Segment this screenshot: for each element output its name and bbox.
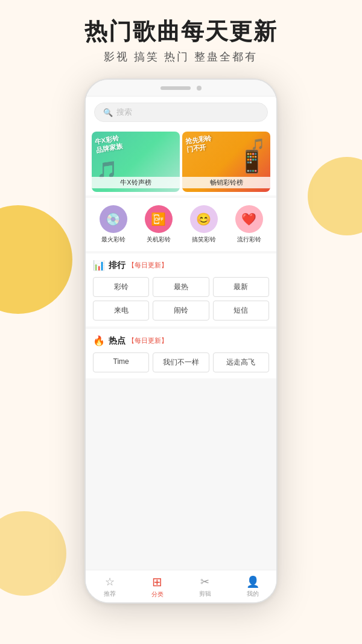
ranking-tag-alarm[interactable]: 闹铃 — [153, 301, 209, 320]
nav-recommend-icon: ☆ — [105, 575, 115, 588]
phone-top-bar — [86, 80, 276, 97]
nav-classify[interactable]: ⊞ 分类 — [133, 573, 181, 600]
nav-classify-icon: ⊞ — [152, 575, 162, 589]
ranking-tag-sms[interactable]: 短信 — [213, 301, 269, 320]
circle-icon-popular[interactable]: ❤️ 流行彩铃 — [235, 205, 263, 244]
nav-recommend[interactable]: ☆ 推荐 — [86, 573, 133, 600]
circle-icon-funny[interactable]: 😊 搞笑彩铃 — [190, 205, 218, 244]
hot-title: 热点 — [109, 336, 125, 346]
circle-bubble-popular: ❤️ — [235, 205, 263, 233]
circle-label-hottest: 最火彩铃 — [101, 235, 125, 244]
hot-section-header: 🔥 热点 【每日更新】 — [86, 329, 276, 350]
banner-section: 牛X彩铃品牌家族 🎵 牛X铃声榜 抢先彩铃门不开 📱 🎵 畅销彩铃榜 — [86, 128, 276, 196]
circle-icons-row: 💿 最火彩铃 📴 关机彩铃 😊 搞笑彩铃 — [86, 198, 276, 251]
ranking-title: 排行 — [109, 260, 125, 271]
ranking-section-header: 📊 排行 【每日更新】 — [86, 253, 276, 275]
phone-scroll-area: 🔍 搜索 牛X彩铃品牌家族 🎵 牛X铃声榜 抢先彩铃门不开 — [86, 97, 276, 602]
bottom-nav: ☆ 推荐 ⊞ 分类 ✂ 剪辑 👤 我的 — [86, 570, 276, 602]
search-placeholder-text: 搜索 — [116, 107, 132, 118]
search-icon: 🔍 — [103, 108, 113, 117]
banner-2[interactable]: 抢先彩铃门不开 📱 🎵 畅销彩铃榜 — [182, 132, 270, 192]
ranking-tag-ringtone[interactable]: 彩铃 — [93, 277, 149, 297]
header-subtitle: 影视 搞笑 热门 整蛊全都有 — [0, 49, 362, 64]
hot-tag-fly[interactable]: 远走高飞 — [213, 352, 269, 372]
ranking-tag-grid: 彩铃 最热 最新 来电 闹铃 短信 — [86, 275, 276, 327]
ranking-tag-newest[interactable]: 最新 — [213, 277, 269, 297]
circle-bubble-funny: 😊 — [190, 205, 218, 233]
hot-tag-grid: Time 我们不一样 远走高飞 — [86, 350, 276, 378]
nav-mine-label: 我的 — [247, 590, 259, 598]
hot-tag-time[interactable]: Time — [93, 352, 149, 372]
circle-label-popular: 流行彩铃 — [237, 235, 261, 244]
search-bar[interactable]: 🔍 搜索 — [94, 103, 268, 122]
ranking-icon: 📊 — [93, 260, 105, 271]
header-title: 热门歌曲每天更新 — [0, 18, 362, 46]
search-bar-wrap: 🔍 搜索 — [86, 97, 276, 128]
hot-tag-different[interactable]: 我们不一样 — [153, 352, 209, 372]
banner-1[interactable]: 牛X彩铃品牌家族 🎵 牛X铃声榜 — [92, 132, 180, 192]
nav-mine-icon: 👤 — [246, 575, 259, 588]
hot-tag: 【每日更新】 — [128, 336, 168, 345]
ranking-tag-incoming[interactable]: 来电 — [93, 301, 149, 320]
nav-mine[interactable]: 👤 我的 — [229, 573, 276, 600]
circle-label-shutdown: 关机彩铃 — [147, 235, 171, 244]
banner-2-label: 畅销彩铃榜 — [182, 177, 270, 188]
circle-bubble-shutdown: 📴 — [145, 205, 173, 233]
circle-icon-shutdown[interactable]: 📴 关机彩铃 — [145, 205, 173, 244]
ranking-tag: 【每日更新】 — [128, 261, 168, 270]
nav-classify-label: 分类 — [151, 590, 164, 599]
circle-icon-hottest[interactable]: 💿 最火彩铃 — [100, 205, 127, 244]
banner-2-text: 抢先彩铃门不开 — [185, 133, 214, 154]
nav-edit-label: 剪辑 — [199, 590, 211, 598]
banner-1-label: 牛X铃声榜 — [92, 177, 180, 188]
hot-icon: 🔥 — [93, 335, 105, 346]
phone-content: 🔍 搜索 牛X彩铃品牌家族 🎵 牛X铃声榜 抢先彩铃门不开 — [86, 97, 276, 602]
nav-recommend-label: 推荐 — [104, 590, 116, 598]
banner-2-phone-icon: 📱 — [238, 149, 265, 174]
nav-edit-icon: ✂ — [200, 575, 209, 588]
circle-icon-funny-emoji: 😊 — [196, 212, 211, 226]
header-area: 热门歌曲每天更新 影视 搞笑 热门 整蛊全都有 — [0, 18, 362, 64]
banner-1-text: 牛X彩铃品牌家族 — [94, 133, 123, 155]
circle-label-funny: 搞笑彩铃 — [192, 235, 216, 244]
ranking-tag-hottest[interactable]: 最热 — [153, 277, 209, 297]
nav-edit[interactable]: ✂ 剪辑 — [181, 573, 229, 600]
phone-speaker — [160, 86, 191, 90]
phone-camera — [197, 86, 202, 91]
circle-icon-shutdown-emoji: 📴 — [151, 212, 166, 226]
phone-mockup: 🔍 搜索 牛X彩铃品牌家族 🎵 牛X铃声榜 抢先彩铃门不开 — [84, 78, 278, 604]
circle-icon-popular-emoji: ❤️ — [241, 212, 256, 226]
circle-bubble-hottest: 💿 — [100, 205, 127, 233]
banner-2-music-icon: 🎵 — [251, 138, 264, 151]
circle-icon-hottest-emoji: 💿 — [106, 212, 121, 226]
